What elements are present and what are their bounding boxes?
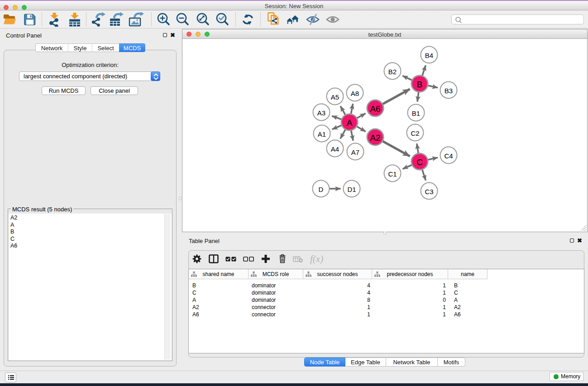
- svg-text:A2: A2: [370, 133, 380, 143]
- svg-text:B4: B4: [425, 52, 433, 59]
- svg-text:A5: A5: [331, 93, 339, 101]
- svg-text:C: C: [416, 157, 423, 167]
- svg-text:C4: C4: [444, 152, 453, 160]
- svg-text:A6: A6: [370, 104, 380, 114]
- svg-text:C2: C2: [411, 129, 419, 137]
- svg-text:A: A: [347, 118, 353, 128]
- svg-text:A4: A4: [331, 145, 339, 153]
- svg-text:B: B: [417, 80, 423, 89]
- svg-text:A7: A7: [351, 148, 359, 156]
- svg-text:A1: A1: [318, 130, 326, 138]
- svg-text:C1: C1: [388, 170, 397, 178]
- svg-text:B1: B1: [412, 110, 420, 117]
- svg-text:D: D: [319, 186, 324, 193]
- svg-text:A3: A3: [317, 109, 325, 117]
- svg-text:B3: B3: [445, 87, 453, 95]
- svg-text:D1: D1: [347, 186, 356, 193]
- svg-text:B2: B2: [388, 68, 397, 76]
- svg-text:C3: C3: [425, 188, 433, 195]
- svg-text:A8: A8: [351, 90, 359, 97]
